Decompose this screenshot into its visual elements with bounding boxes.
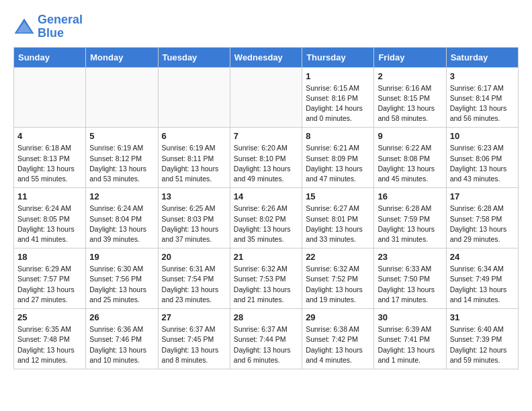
day-info: Sunrise: 6:36 AM Sunset: 7:46 PM Dayligh… — [89, 324, 154, 365]
calendar-cell: 13Sunrise: 6:25 AM Sunset: 8:03 PM Dayli… — [158, 188, 230, 248]
calendar-cell: 31Sunrise: 6:40 AM Sunset: 7:39 PM Dayli… — [446, 309, 518, 369]
calendar-cell: 16Sunrise: 6:28 AM Sunset: 7:59 PM Dayli… — [374, 188, 446, 248]
day-number: 8 — [306, 131, 370, 141]
calendar-cell: 17Sunrise: 6:28 AM Sunset: 7:58 PM Dayli… — [446, 188, 518, 248]
calendar-cell: 29Sunrise: 6:38 AM Sunset: 7:42 PM Dayli… — [302, 309, 374, 369]
day-number: 11 — [17, 191, 82, 201]
day-number: 19 — [89, 252, 154, 262]
calendar-cell: 9Sunrise: 6:22 AM Sunset: 8:08 PM Daylig… — [374, 128, 446, 188]
calendar-cell: 2Sunrise: 6:16 AM Sunset: 8:15 PM Daylig… — [374, 67, 446, 128]
weekday-monday: Monday — [86, 47, 158, 67]
day-info: Sunrise: 6:25 AM Sunset: 8:03 PM Dayligh… — [162, 203, 226, 244]
calendar-cell: 19Sunrise: 6:30 AM Sunset: 7:56 PM Dayli… — [86, 248, 158, 309]
calendar-cell: 30Sunrise: 6:39 AM Sunset: 7:41 PM Dayli… — [374, 309, 446, 369]
day-number: 10 — [450, 131, 515, 141]
day-number: 13 — [162, 191, 226, 201]
calendar-week-2: 4Sunrise: 6:18 AM Sunset: 8:13 PM Daylig… — [14, 128, 519, 188]
day-number: 25 — [17, 312, 82, 322]
calendar-cell: 3Sunrise: 6:17 AM Sunset: 8:14 PM Daylig… — [446, 67, 518, 128]
day-info: Sunrise: 6:37 AM Sunset: 7:44 PM Dayligh… — [234, 324, 298, 365]
day-number: 20 — [162, 252, 226, 262]
day-info: Sunrise: 6:35 AM Sunset: 7:48 PM Dayligh… — [17, 324, 82, 365]
calendar-cell: 20Sunrise: 6:31 AM Sunset: 7:54 PM Dayli… — [158, 248, 230, 309]
day-info: Sunrise: 6:23 AM Sunset: 8:06 PM Dayligh… — [450, 143, 515, 184]
day-info: Sunrise: 6:19 AM Sunset: 8:12 PM Dayligh… — [89, 143, 154, 184]
day-info: Sunrise: 6:20 AM Sunset: 8:10 PM Dayligh… — [234, 143, 298, 184]
calendar-cell: 11Sunrise: 6:24 AM Sunset: 8:05 PM Dayli… — [14, 188, 86, 248]
calendar-cell: 27Sunrise: 6:37 AM Sunset: 7:45 PM Dayli… — [158, 309, 230, 369]
calendar-cell: 1Sunrise: 6:15 AM Sunset: 8:16 PM Daylig… — [302, 67, 374, 128]
day-number: 17 — [450, 191, 515, 201]
day-number: 29 — [306, 312, 370, 322]
day-number: 21 — [234, 252, 298, 262]
calendar-cell — [230, 67, 302, 128]
day-info: Sunrise: 6:28 AM Sunset: 7:58 PM Dayligh… — [450, 203, 515, 244]
calendar-cell: 22Sunrise: 6:32 AM Sunset: 7:52 PM Dayli… — [302, 248, 374, 309]
day-info: Sunrise: 6:18 AM Sunset: 8:13 PM Dayligh… — [17, 143, 82, 184]
day-number: 14 — [234, 191, 298, 201]
day-info: Sunrise: 6:30 AM Sunset: 7:56 PM Dayligh… — [89, 264, 154, 305]
day-number: 24 — [450, 252, 515, 262]
calendar-cell: 25Sunrise: 6:35 AM Sunset: 7:48 PM Dayli… — [14, 309, 86, 369]
day-number: 2 — [378, 71, 442, 81]
day-number: 18 — [17, 252, 82, 262]
calendar-cell: 26Sunrise: 6:36 AM Sunset: 7:46 PM Dayli… — [86, 309, 158, 369]
logo-icon — [13, 17, 35, 36]
day-info: Sunrise: 6:27 AM Sunset: 8:01 PM Dayligh… — [306, 203, 370, 244]
calendar-cell: 28Sunrise: 6:37 AM Sunset: 7:44 PM Dayli… — [230, 309, 302, 369]
day-info: Sunrise: 6:39 AM Sunset: 7:41 PM Dayligh… — [378, 324, 442, 365]
day-number: 15 — [306, 191, 370, 201]
day-number: 9 — [378, 131, 442, 141]
day-info: Sunrise: 6:33 AM Sunset: 7:50 PM Dayligh… — [378, 264, 442, 305]
day-number: 22 — [306, 252, 370, 262]
day-number: 31 — [450, 312, 515, 322]
calendar-cell: 24Sunrise: 6:34 AM Sunset: 7:49 PM Dayli… — [446, 248, 518, 309]
day-info: Sunrise: 6:37 AM Sunset: 7:45 PM Dayligh… — [162, 324, 226, 365]
calendar-cell: 7Sunrise: 6:20 AM Sunset: 8:10 PM Daylig… — [230, 128, 302, 188]
day-info: Sunrise: 6:29 AM Sunset: 7:57 PM Dayligh… — [17, 264, 82, 305]
calendar-week-4: 18Sunrise: 6:29 AM Sunset: 7:57 PM Dayli… — [14, 248, 519, 309]
day-info: Sunrise: 6:24 AM Sunset: 8:05 PM Dayligh… — [17, 203, 82, 244]
calendar-cell: 14Sunrise: 6:26 AM Sunset: 8:02 PM Dayli… — [230, 188, 302, 248]
calendar-cell: 12Sunrise: 6:24 AM Sunset: 8:04 PM Dayli… — [86, 188, 158, 248]
calendar-body: 1Sunrise: 6:15 AM Sunset: 8:16 PM Daylig… — [14, 67, 519, 369]
calendar-cell — [86, 67, 158, 128]
calendar-cell: 15Sunrise: 6:27 AM Sunset: 8:01 PM Dayli… — [302, 188, 374, 248]
weekday-row: SundayMondayTuesdayWednesdayThursdayFrid… — [14, 47, 519, 67]
day-info: Sunrise: 6:16 AM Sunset: 8:15 PM Dayligh… — [378, 83, 442, 124]
day-info: Sunrise: 6:24 AM Sunset: 8:04 PM Dayligh… — [89, 203, 154, 244]
logo-text: General Blue — [38, 13, 83, 40]
calendar-header: SundayMondayTuesdayWednesdayThursdayFrid… — [14, 47, 519, 67]
calendar-cell: 8Sunrise: 6:21 AM Sunset: 8:09 PM Daylig… — [302, 128, 374, 188]
day-number: 28 — [234, 312, 298, 322]
calendar-cell: 21Sunrise: 6:32 AM Sunset: 7:53 PM Dayli… — [230, 248, 302, 309]
day-info: Sunrise: 6:40 AM Sunset: 7:39 PM Dayligh… — [450, 324, 515, 365]
day-info: Sunrise: 6:38 AM Sunset: 7:42 PM Dayligh… — [306, 324, 370, 365]
calendar-week-5: 25Sunrise: 6:35 AM Sunset: 7:48 PM Dayli… — [14, 309, 519, 369]
calendar-cell: 18Sunrise: 6:29 AM Sunset: 7:57 PM Dayli… — [14, 248, 86, 309]
day-number: 6 — [162, 131, 226, 141]
day-info: Sunrise: 6:22 AM Sunset: 8:08 PM Dayligh… — [378, 143, 442, 184]
day-info: Sunrise: 6:34 AM Sunset: 7:49 PM Dayligh… — [450, 264, 515, 305]
day-number: 5 — [89, 131, 154, 141]
weekday-wednesday: Wednesday — [230, 47, 302, 67]
day-info: Sunrise: 6:26 AM Sunset: 8:02 PM Dayligh… — [234, 203, 298, 244]
day-number: 1 — [306, 71, 370, 81]
day-number: 27 — [162, 312, 226, 322]
weekday-friday: Friday — [374, 47, 446, 67]
calendar-week-3: 11Sunrise: 6:24 AM Sunset: 8:05 PM Dayli… — [14, 188, 519, 248]
calendar-cell — [14, 67, 86, 128]
calendar-cell: 23Sunrise: 6:33 AM Sunset: 7:50 PM Dayli… — [374, 248, 446, 309]
day-number: 26 — [89, 312, 154, 322]
day-info: Sunrise: 6:28 AM Sunset: 7:59 PM Dayligh… — [378, 203, 442, 244]
calendar-cell: 4Sunrise: 6:18 AM Sunset: 8:13 PM Daylig… — [14, 128, 86, 188]
day-number: 3 — [450, 71, 515, 81]
calendar-week-1: 1Sunrise: 6:15 AM Sunset: 8:16 PM Daylig… — [14, 67, 519, 128]
calendar-cell: 6Sunrise: 6:19 AM Sunset: 8:11 PM Daylig… — [158, 128, 230, 188]
calendar: SundayMondayTuesdayWednesdayThursdayFrid… — [13, 47, 519, 369]
day-number: 7 — [234, 131, 298, 141]
calendar-cell: 10Sunrise: 6:23 AM Sunset: 8:06 PM Dayli… — [446, 128, 518, 188]
weekday-sunday: Sunday — [14, 47, 86, 67]
day-info: Sunrise: 6:21 AM Sunset: 8:09 PM Dayligh… — [306, 143, 370, 184]
day-number: 23 — [378, 252, 442, 262]
